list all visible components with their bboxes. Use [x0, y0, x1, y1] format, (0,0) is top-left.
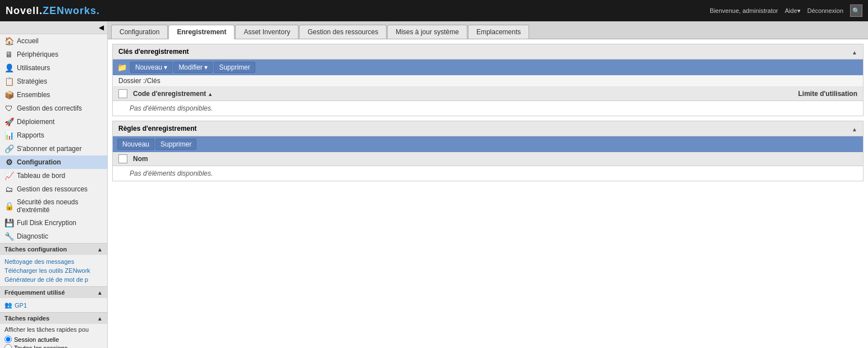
sidebar-item-configuration[interactable]: ⚙Configuration	[0, 155, 107, 169]
radio-toutes-sessions[interactable]	[4, 344, 12, 348]
registration-keys-panel: Clés d'enregistrement 📁 Nouveau ▾ Modifi…	[112, 44, 864, 116]
nav-label-strategies: Stratégies	[17, 77, 47, 85]
sidebar-item-utilisateurs[interactable]: 👤Utilisateurs	[0, 61, 107, 75]
header-right: Bienvenue, administrator Aide▾ Déconnexi…	[710, 4, 862, 17]
search-icon[interactable]: 🔍	[850, 4, 862, 17]
sidebar-item-securite-noeuds[interactable]: 🔒Sécurité des noeuds d'extrémité	[0, 196, 107, 216]
frequent-collapse-icon[interactable]	[97, 289, 103, 296]
nav-label-accueil: Accueil	[17, 37, 39, 45]
nav-label-diagnostic: Diagnostic	[17, 232, 48, 240]
nav-icon-securite-noeuds: 🔒	[4, 202, 13, 210]
sidebar-item-deploiement[interactable]: 🚀Déploiement	[0, 115, 107, 129]
supprimer-key-button[interactable]: Supprimer	[214, 62, 255, 73]
registration-rules-collapse-btn[interactable]	[852, 124, 857, 133]
modifier-key-button[interactable]: Modifier ▾	[173, 62, 213, 73]
nav-label-sabonner: S'abonner et partager	[17, 145, 82, 153]
sidebar-item-ensembles[interactable]: 📦Ensembles	[0, 88, 107, 102]
nav-icon-full-disk: 💾	[4, 218, 13, 227]
main-content: ConfigurationEnregistrementAsset Invento…	[108, 21, 868, 348]
frequent-item-gp1[interactable]: 👥GP1	[4, 300, 103, 310]
nav-icon-sabonner: 🔗	[4, 144, 13, 153]
tasks-section-title: Tâches configuration	[0, 243, 107, 255]
task-link[interactable]: Nettoyage des messages	[4, 257, 103, 266]
quick-tasks-show-label: Afficher les tâches rapides pou	[4, 326, 103, 333]
tasks-collapse-icon[interactable]	[97, 246, 103, 253]
nav-icon-peripheriques: 🖥	[4, 50, 13, 59]
sidebar-item-diagnostic[interactable]: 🔧Diagnostic	[0, 230, 107, 243]
code-enregistrement-column[interactable]: Code d'enregistrement	[133, 90, 792, 98]
folder-path: Dossier :/Clés	[113, 75, 863, 87]
task-link[interactable]: Générateur de clé de mot de p	[4, 275, 103, 284]
sidebar: ◀ 🏠Accueil🖥Périphériques👤Utilisateurs📋St…	[0, 21, 108, 348]
frequent-section-title: Fréquemment utilisé	[0, 286, 107, 298]
nav-label-full-disk: Full Disk Encryption	[17, 219, 76, 227]
select-all-keys-checkbox[interactable]	[118, 89, 127, 98]
sidebar-item-peripheriques[interactable]: 🖥Périphériques	[0, 48, 107, 61]
tab-asset-inventory[interactable]: Asset Inventory	[235, 25, 298, 39]
radio-text-session-actuelle: Session actuelle	[14, 336, 59, 343]
registration-rules-empty: Pas d'éléments disponibles.	[113, 166, 863, 181]
limite-utilisation-column[interactable]: Limite d'utilisation	[798, 90, 857, 98]
content-area: Clés d'enregistrement 📁 Nouveau ▾ Modifi…	[108, 39, 868, 348]
registration-rules-header: Règles d'enregistrement	[113, 121, 863, 136]
frequent-label-gp1: GP1	[15, 302, 27, 309]
radio-group: Session actuelleToutes les sessions	[4, 333, 103, 348]
registration-keys-header: Clés d'enregistrement	[113, 44, 863, 59]
registration-keys-collapse-btn[interactable]	[852, 47, 857, 56]
tab-mises-a-jour[interactable]: Mises à jour système	[387, 25, 467, 39]
sidebar-item-gestion-ressources[interactable]: 🗂Gestion des ressources	[0, 182, 107, 196]
nav-label-configuration: Configuration	[17, 158, 61, 166]
tab-configuration[interactable]: Configuration	[111, 25, 168, 39]
nouveau-rule-button[interactable]: Nouveau	[117, 139, 154, 150]
sidebar-item-gestion-correctifs[interactable]: 🛡Gestion des correctifs	[0, 102, 107, 115]
radio-session-actuelle[interactable]	[4, 336, 12, 343]
tab-gestion-ressources[interactable]: Gestion des ressources	[299, 25, 387, 39]
welcome-text: Bienvenue, administrator	[710, 7, 778, 14]
nav-icon-gestion-correctifs: 🛡	[4, 104, 13, 113]
logo: Novell. ZENworks.	[6, 5, 100, 17]
registration-rules-table-header: Nom	[113, 152, 863, 166]
registration-rules-title: Règles d'enregistrement	[118, 125, 197, 132]
aide-link[interactable]: Aide▾	[785, 7, 801, 15]
sort-asc-icon	[208, 90, 213, 98]
nav-label-peripheriques: Périphériques	[17, 51, 58, 58]
sidebar-item-tableau-bord[interactable]: 📈Tableau de bord	[0, 169, 107, 182]
nom-column[interactable]: Nom	[133, 155, 857, 163]
task-link[interactable]: Télécharger les outils ZENwork	[4, 266, 103, 275]
tab-enregistrement[interactable]: Enregistrement	[168, 25, 235, 39]
nav-label-utilisateurs: Utilisateurs	[17, 64, 50, 72]
nav-icon-tableau-bord: 📈	[4, 171, 13, 180]
sidebar-item-strategies[interactable]: 📋Stratégies	[0, 75, 107, 88]
registration-keys-table-header: Code d'enregistrement Limite d'utilisati…	[113, 87, 863, 101]
select-all-rules-checkbox[interactable]	[118, 154, 127, 163]
registration-rules-panel: Règles d'enregistrement Nouveau Supprime…	[112, 121, 864, 181]
quick-tasks-section-title: Tâches rapides	[0, 312, 107, 324]
nouveau-key-button[interactable]: Nouveau ▾	[130, 62, 172, 73]
radio-label-session-actuelle[interactable]: Session actuelle	[4, 335, 103, 344]
quick-tasks-collapse-icon[interactable]	[97, 315, 103, 322]
sidebar-item-accueil[interactable]: 🏠Accueil	[0, 34, 107, 48]
tasks-links: Nettoyage des messagesTélécharger les ou…	[0, 255, 107, 286]
supprimer-rule-button[interactable]: Supprimer	[155, 139, 196, 150]
sidebar-collapse-button[interactable]: ◀	[0, 21, 107, 34]
nav-label-deploiement: Déploiement	[17, 118, 54, 126]
nav-icon-deploiement: 🚀	[4, 117, 13, 126]
deconnexion-link[interactable]: Déconnexion	[807, 7, 843, 14]
nav-icon-strategies: 📋	[4, 77, 13, 86]
nav-label-gestion-correctifs: Gestion des correctifs	[17, 104, 82, 112]
radio-text-toutes-sessions: Toutes les sessions	[14, 345, 67, 349]
sidebar-item-full-disk[interactable]: 💾Full Disk Encryption	[0, 216, 107, 230]
sidebar-item-sabonner[interactable]: 🔗S'abonner et partager	[0, 142, 107, 155]
nav-label-ensembles: Ensembles	[17, 91, 50, 99]
nav-icon-utilisateurs: 👤	[4, 63, 13, 72]
radio-label-toutes-sessions[interactable]: Toutes les sessions	[4, 344, 103, 348]
registration-rules-toolbar: Nouveau Supprimer	[113, 136, 863, 152]
logo-novell: Novell.	[6, 5, 43, 17]
nav-icon-ensembles: 📦	[4, 90, 13, 99]
sidebar-item-rapports[interactable]: 📊Rapports	[0, 129, 107, 142]
registration-keys-empty: Pas d'éléments disponibles.	[113, 101, 863, 116]
sidebar-nav: 🏠Accueil🖥Périphériques👤Utilisateurs📋Stra…	[0, 34, 107, 243]
tab-emplacements[interactable]: Emplacements	[468, 25, 529, 39]
logo-zenworks: ZENworks.	[43, 5, 100, 17]
nav-icon-configuration: ⚙	[4, 158, 13, 167]
